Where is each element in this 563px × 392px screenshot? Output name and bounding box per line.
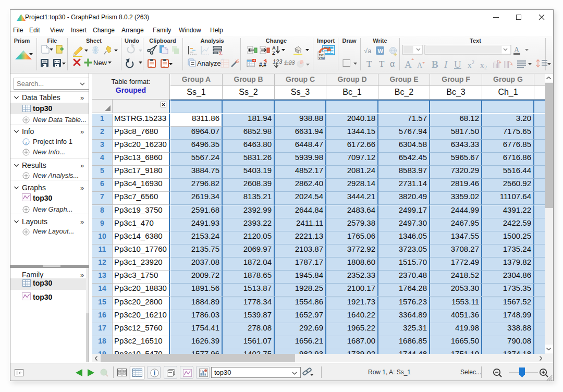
svg-text:xml: xml (319, 56, 325, 60)
svg-text:#.#: #.# (259, 62, 266, 68)
svg-text:Analyze: Analyze (197, 59, 221, 67)
svg-text:123: 123 (273, 58, 283, 65)
svg-text:i: i (26, 140, 27, 145)
svg-text:A: A (417, 62, 423, 69)
svg-text:T: T (366, 59, 372, 69)
svg-text:√a: √a (364, 47, 372, 55)
svg-text:x: x (480, 61, 484, 69)
svg-text:U: U (454, 59, 461, 70)
svg-text:α: α (390, 59, 395, 68)
svg-text:A: A (405, 59, 412, 70)
svg-text:I: I (444, 59, 448, 70)
svg-text:2: 2 (472, 59, 474, 65)
svg-text:1.23: 1.23 (284, 59, 295, 66)
svg-text:W: W (378, 48, 384, 54)
svg-text:New: New (93, 59, 107, 67)
svg-text:Z: Z (272, 50, 275, 56)
svg-text:2: 2 (484, 65, 487, 70)
svg-text:B: B (432, 59, 438, 70)
svg-text:A: A (514, 46, 520, 54)
svg-text:x: x (468, 61, 472, 69)
svg-text:T: T (379, 59, 385, 69)
svg-text:Σ: Σ (219, 51, 223, 56)
svg-text:FY: FY (200, 370, 203, 372)
